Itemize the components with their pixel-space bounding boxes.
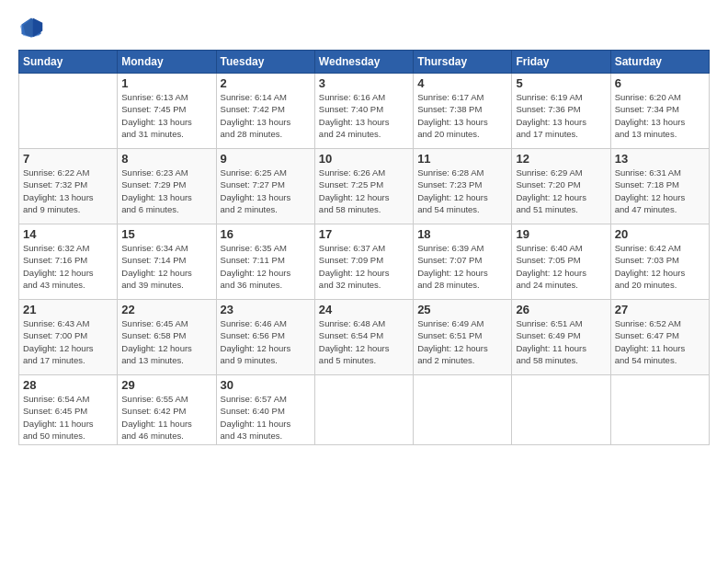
day-info-line: Sunset: 6:47 PM [615,330,679,340]
calendar-cell: 16Sunrise: 6:35 AMSunset: 7:11 PMDayligh… [216,224,314,300]
day-info-line: and 2 minutes. [417,355,474,365]
day-number: 13 [615,152,705,166]
day-info-line: Sunrise: 6:55 AM [121,394,188,404]
day-info: Sunrise: 6:13 AMSunset: 7:45 PMDaylight:… [121,91,211,140]
day-info-line: Sunrise: 6:46 AM [221,318,287,328]
day-info-line: Sunset: 7:07 PM [417,255,482,265]
day-info-line: and 28 minutes. [417,280,480,290]
day-info-line: and 54 minutes. [615,355,677,365]
day-number: 28 [23,378,113,392]
logo-icon [18,15,44,40]
day-number: 1 [121,76,211,90]
day-info-line: Daylight: 13 hours [121,117,192,127]
day-info-line: Sunset: 7:45 PM [121,104,186,114]
day-info-line: Daylight: 12 hours [417,343,488,353]
day-info-line: and 51 minutes. [516,204,578,214]
day-info-line: and 39 minutes. [121,280,184,290]
day-info-line: Daylight: 13 hours [221,192,291,202]
day-info-line: and 13 minutes. [615,129,677,139]
calendar-cell: 7Sunrise: 6:22 AMSunset: 7:32 PMDaylight… [19,149,118,224]
weekday-header-sunday: Sunday [19,51,118,74]
calendar-cell [512,375,610,445]
day-info: Sunrise: 6:55 AMSunset: 6:42 PMDaylight:… [121,393,211,442]
day-info: Sunrise: 6:52 AMSunset: 6:47 PMDaylight:… [615,317,705,366]
day-number: 22 [121,303,211,316]
day-info-line: Daylight: 13 hours [516,117,586,127]
day-info-line: and 50 minutes. [23,431,85,441]
day-info-line: Sunrise: 6:28 AM [417,167,483,178]
calendar-cell: 5Sunrise: 6:19 AMSunset: 7:36 PMDaylight… [512,74,610,149]
calendar-cell: 19Sunrise: 6:40 AMSunset: 7:05 PMDayligh… [512,224,610,300]
day-info-line: Daylight: 13 hours [417,117,488,127]
day-info: Sunrise: 6:46 AMSunset: 6:56 PMDaylight:… [221,317,311,366]
day-number: 29 [121,378,211,392]
day-info-line: Sunset: 7:38 PM [417,104,482,114]
day-number: 10 [319,152,409,166]
day-info-line: and 6 minutes. [121,204,178,214]
day-info-line: Sunrise: 6:31 AM [615,167,681,178]
day-number: 12 [516,152,606,166]
day-info: Sunrise: 6:14 AMSunset: 7:42 PMDaylight:… [221,91,311,140]
week-row-1: 1Sunrise: 6:13 AMSunset: 7:45 PMDaylight… [19,74,710,149]
day-info-line: Daylight: 11 hours [221,419,291,429]
day-info: Sunrise: 6:23 AMSunset: 7:29 PMDaylight:… [121,167,211,215]
day-number: 17 [319,227,409,241]
day-info-line: Sunset: 7:32 PM [23,179,87,190]
day-info-line: and 36 minutes. [221,280,283,290]
calendar-cell: 1Sunrise: 6:13 AMSunset: 7:45 PMDaylight… [118,74,216,149]
day-info: Sunrise: 6:26 AMSunset: 7:25 PMDaylight:… [319,167,409,215]
day-number: 15 [121,227,211,241]
day-info-line: Sunset: 7:23 PM [417,179,482,190]
day-info-line: Sunrise: 6:34 AM [121,243,188,253]
day-info-line: Sunset: 7:03 PM [615,255,679,265]
day-info-line: Daylight: 12 hours [417,192,488,202]
weekday-header-monday: Monday [118,51,216,74]
calendar-cell: 21Sunrise: 6:43 AMSunset: 7:00 PMDayligh… [19,300,118,375]
day-info-line: Sunset: 7:05 PM [516,255,580,265]
day-info-line: and 47 minutes. [615,204,677,214]
calendar-cell: 30Sunrise: 6:57 AMSunset: 6:40 PMDayligh… [216,375,314,445]
day-info-line: Daylight: 11 hours [615,343,686,353]
day-info: Sunrise: 6:19 AMSunset: 7:36 PMDaylight:… [516,91,606,140]
day-info: Sunrise: 6:54 AMSunset: 6:45 PMDaylight:… [23,393,113,442]
day-info-line: Sunrise: 6:26 AM [319,167,385,178]
day-info: Sunrise: 6:17 AMSunset: 7:38 PMDaylight:… [417,91,507,140]
day-number: 23 [221,303,311,316]
day-info-line: Daylight: 11 hours [516,343,586,353]
day-info-line: Sunrise: 6:40 AM [516,243,582,253]
day-info: Sunrise: 6:34 AMSunset: 7:14 PMDaylight:… [121,242,211,291]
day-info-line: Sunset: 6:54 PM [319,330,383,340]
calendar-cell: 17Sunrise: 6:37 AMSunset: 7:09 PMDayligh… [314,224,413,300]
day-info-line: Daylight: 12 hours [221,268,291,278]
week-row-3: 14Sunrise: 6:32 AMSunset: 7:16 PMDayligh… [19,224,710,300]
calendar-cell [19,74,118,149]
week-row-5: 28Sunrise: 6:54 AMSunset: 6:45 PMDayligh… [19,375,710,445]
day-number: 9 [221,152,311,166]
calendar-cell [314,375,413,445]
day-info-line: Sunrise: 6:17 AM [417,92,483,102]
day-info-line: and 13 minutes. [121,355,184,365]
day-info: Sunrise: 6:22 AMSunset: 7:32 PMDaylight:… [23,167,113,215]
day-info-line: and 5 minutes. [319,355,376,365]
day-info: Sunrise: 6:48 AMSunset: 6:54 PMDaylight:… [319,317,409,366]
day-info: Sunrise: 6:28 AMSunset: 7:23 PMDaylight:… [417,167,507,215]
day-info-line: Daylight: 13 hours [23,192,94,202]
day-info-line: Sunrise: 6:49 AM [417,318,483,328]
calendar-cell: 3Sunrise: 6:16 AMSunset: 7:40 PMDaylight… [314,74,413,149]
calendar-cell [610,375,709,445]
day-info-line: Daylight: 13 hours [121,192,192,202]
day-info-line: Sunset: 6:56 PM [221,330,285,340]
weekday-header-friday: Friday [512,51,610,74]
day-info-line: Sunset: 7:25 PM [319,179,383,190]
day-number: 30 [221,378,311,392]
calendar-cell: 20Sunrise: 6:42 AMSunset: 7:03 PMDayligh… [610,224,709,300]
weekday-header-thursday: Thursday [414,51,512,74]
calendar-cell: 23Sunrise: 6:46 AMSunset: 6:56 PMDayligh… [216,300,314,375]
day-info-line: Daylight: 12 hours [23,343,94,353]
day-info-line: Sunrise: 6:48 AM [319,318,385,328]
calendar-cell: 27Sunrise: 6:52 AMSunset: 6:47 PMDayligh… [610,300,709,375]
day-number: 25 [417,303,507,316]
calendar-cell: 14Sunrise: 6:32 AMSunset: 7:16 PMDayligh… [19,224,118,300]
day-info-line: and 28 minutes. [221,129,283,139]
weekday-header-saturday: Saturday [610,51,709,74]
